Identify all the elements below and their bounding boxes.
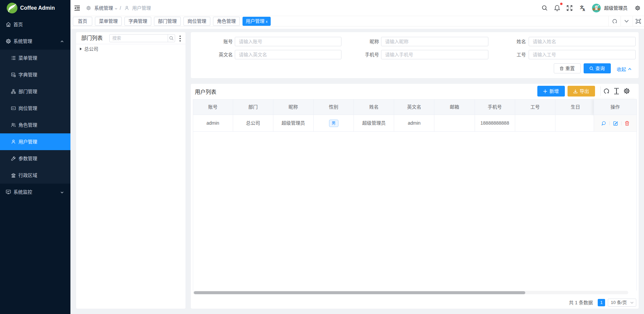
svg-text:A: A [583, 8, 585, 12]
svg-text:A: A [12, 73, 14, 76]
svg-text:A=: A= [12, 107, 14, 109]
